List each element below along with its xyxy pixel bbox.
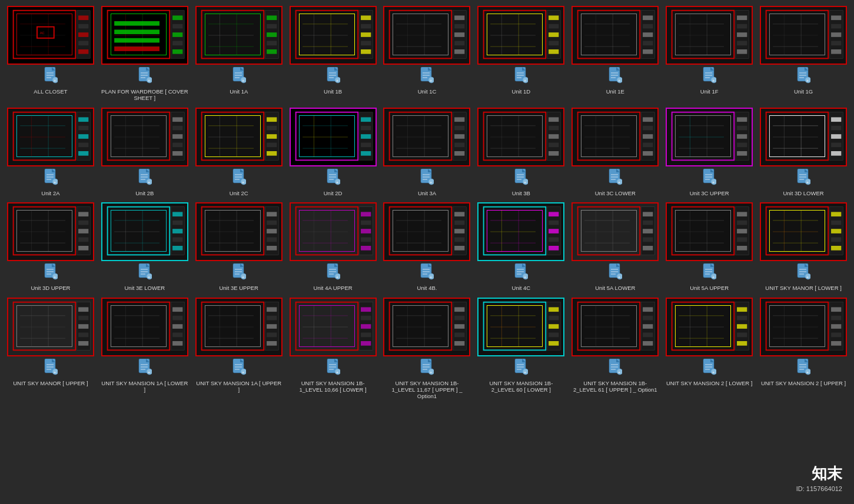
file-icon-unit-2b: +	[138, 169, 152, 188]
gallery-item-unit-2d[interactable]: + Unit 2D	[288, 108, 378, 198]
svg-rect-37	[114, 21, 159, 26]
svg-rect-649	[361, 341, 371, 346]
svg-rect-143	[643, 32, 653, 37]
gallery-item-unit-sky-mansion-2-lower[interactable]: + UNIT SKY MANSION 2 [ LOWER ]	[664, 298, 754, 401]
gallery-item-unit-sky-mansion-1b1-lower[interactable]: + UNIT SKY MANSION 1B-1_LEVEL 10,66 [ LO…	[288, 298, 378, 401]
svg-text:+: +	[618, 371, 620, 375]
gallery-item-unit-2c[interactable]: + Unit 2C	[194, 108, 284, 198]
svg-text:AC: AC	[40, 31, 45, 35]
gallery-item-unit-5a-lower[interactable]: + Unit 5A LOWER	[570, 202, 660, 292]
gallery-item-unit-3d-lower[interactable]: + Unit 3D LOWER	[759, 108, 848, 198]
gallery-item-unit-1d[interactable]: + Unit 1D	[476, 6, 566, 103]
gallery-item-unit-sky-mansion-2-upper[interactable]: + UNIT SKY MANSION 2 [ UPPER ]	[759, 298, 848, 401]
svg-rect-586	[78, 341, 88, 346]
gallery-item-unit-1b[interactable]: + Unit 1B	[288, 6, 378, 103]
svg-rect-268	[361, 126, 371, 131]
svg-rect-540	[737, 212, 747, 217]
svg-rect-13	[78, 49, 88, 54]
svg-rect-687	[549, 307, 559, 312]
svg-rect-499	[549, 221, 559, 225]
svg-rect-204	[78, 117, 88, 122]
item-label: Unit 1C	[418, 88, 437, 95]
svg-text:+: +	[430, 79, 432, 83]
gallery-item-unit-sky-mansion-1b2-upper[interactable]: + UNIT SKY MANSION 1B-2_LEVEL 61 [ UPPER…	[570, 298, 660, 401]
gallery-item-unit-3b[interactable]: + Unit 3B	[476, 108, 566, 198]
svg-text:+: +	[524, 79, 526, 83]
svg-rect-688	[549, 315, 559, 320]
file-icon-unit-sky-mansion-1a-lower: +	[138, 359, 152, 378]
gallery-item-unit-3c-lower[interactable]: + Unit 3C LOWER	[570, 108, 660, 198]
gallery-item-unit-4a-upper[interactable]: + Unit 4A UPPER	[288, 202, 378, 292]
svg-rect-352	[737, 126, 747, 131]
file-icon-unit-1b: +	[326, 67, 340, 86]
gallery-item-unit-3e-upper[interactable]: + Unit 3E UPPER	[194, 202, 284, 292]
gallery-item-unit-1f[interactable]: + Unit 1F	[664, 6, 754, 103]
gallery-item-unit-4c[interactable]: + Unit 4C	[476, 202, 566, 292]
gallery-item-unit-5a-upper[interactable]: + Unit 5A UPPER	[664, 202, 754, 292]
gallery-item-unit-3c-upper[interactable]: + Unit 3C UPPER	[664, 108, 754, 198]
brand-logo: 知末	[796, 463, 842, 484]
svg-rect-481	[455, 246, 465, 251]
gallery-item-unit-2a[interactable]: + Unit 2A	[6, 108, 95, 198]
gallery-item-unit-2b[interactable]: + Unit 2B	[100, 108, 190, 198]
file-label-unit-4a-upper: + Unit 4A UPPER	[313, 261, 354, 292]
svg-rect-32	[172, 15, 182, 20]
svg-rect-626	[267, 324, 277, 329]
gallery-item-unit-1g[interactable]: + Unit 1G	[759, 6, 848, 103]
svg-rect-521	[643, 229, 653, 233]
svg-rect-501	[549, 238, 559, 242]
gallery-item-unit-3a[interactable]: + Unit 3A	[383, 108, 472, 198]
gallery-item-unit-3d-upper[interactable]: + Unit 3D UPPER	[6, 202, 95, 292]
gallery-item-unit-1e[interactable]: + Unit 1E	[570, 6, 660, 103]
file-label-unit-sky-manor-lower: + UNIT SKY MANOR [ LOWER ]	[764, 261, 843, 292]
svg-rect-436	[267, 221, 277, 225]
svg-rect-628	[267, 341, 277, 346]
svg-rect-563	[831, 229, 841, 233]
item-label: Unit 2D	[324, 190, 343, 196]
gallery-item-unit-3e-lower[interactable]: + Unit 3E LOWER	[100, 202, 190, 292]
svg-rect-480	[455, 238, 465, 242]
svg-rect-185	[831, 32, 841, 37]
item-label: Unit 4C	[512, 285, 531, 291]
svg-text:+: +	[336, 181, 338, 185]
svg-rect-416	[172, 229, 182, 233]
svg-rect-310	[549, 126, 559, 131]
svg-rect-288	[455, 117, 465, 122]
file-icon-unit-sky-mansion-2-upper: +	[796, 359, 810, 378]
gallery-item-unit-sky-manor-lower[interactable]: + UNIT SKY MANOR [ LOWER ]	[759, 202, 848, 292]
gallery-item-plan-wardrobe[interactable]: + PLAN FOR WARDROBE [ COVER SHEET ]	[100, 6, 190, 103]
gallery-item-unit-sky-mansion-1a-lower[interactable]: + UNIT SKY MANSION 1A [ LOWER ]	[100, 298, 190, 401]
svg-rect-668	[455, 324, 465, 329]
file-label-all-closet: + ALL CLOSET	[32, 65, 68, 96]
gallery-item-unit-sky-manor-upper[interactable]: + UNIT SKY MANOR [ UPPER ]	[6, 298, 95, 401]
file-icon-unit-3d-upper: +	[44, 263, 58, 283]
svg-rect-627	[267, 332, 277, 337]
svg-text:+: +	[336, 371, 338, 375]
file-label-unit-sky-manor-upper: + UNIT SKY MANOR [ UPPER ]	[12, 356, 89, 388]
svg-rect-373	[831, 126, 841, 131]
svg-rect-606	[172, 332, 182, 337]
file-label-unit-2b: + Unit 2B	[134, 166, 155, 198]
svg-rect-141	[643, 15, 653, 20]
svg-text:+: +	[336, 275, 338, 279]
svg-rect-80	[361, 32, 371, 37]
gallery-item-unit-4b[interactable]: + Unit 4B.	[383, 202, 472, 292]
gallery-item-all-closet[interactable]: AC + ALL CLOSET	[6, 6, 95, 103]
file-label-unit-sky-mansion-2-lower: + UNIT SKY MANSION 2 [ LOWER ]	[665, 356, 753, 388]
svg-rect-564	[831, 238, 841, 242]
gallery-item-unit-sky-mansion-1a-upper[interactable]: + UNIT SKY MANSION 1A [ UPPER ]	[194, 298, 284, 401]
svg-rect-544	[737, 246, 747, 251]
gallery-item-unit-sky-mansion-1b2-lower[interactable]: + UNIT SKY MANSION 1B-2_LEVEL 60 [ LOWER…	[476, 298, 566, 401]
svg-rect-36	[172, 49, 182, 54]
item-label: Unit 5A LOWER	[595, 285, 635, 291]
file-icon-unit-5a-upper: +	[702, 263, 716, 283]
svg-rect-11	[78, 32, 88, 37]
svg-rect-478	[455, 221, 465, 225]
gallery-item-unit-1a[interactable]: + Unit 1A	[194, 6, 284, 103]
gallery-item-unit-1c[interactable]: + Unit 1C	[383, 6, 472, 103]
svg-rect-290	[455, 134, 465, 139]
svg-rect-163	[737, 24, 747, 29]
svg-rect-332	[643, 134, 653, 139]
svg-rect-522	[643, 238, 653, 242]
gallery-item-unit-sky-mansion-1b1-upper[interactable]: + UNIT SKY MANSION 1B-1_LEVEL 11,67 [ UP…	[383, 298, 472, 401]
